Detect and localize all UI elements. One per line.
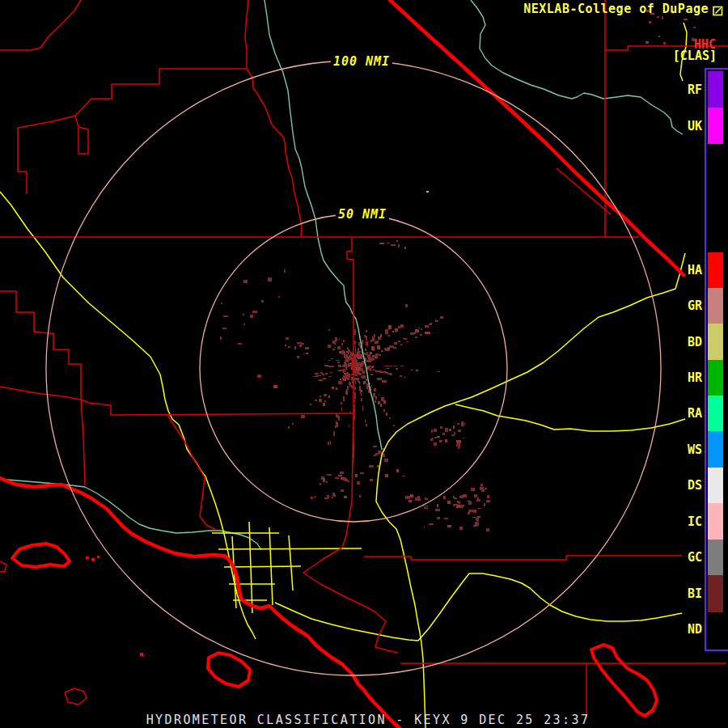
legend-segment-GR xyxy=(708,288,723,324)
legend-class-label-IC: IC xyxy=(678,514,702,529)
product-mode-label: [CLAS] xyxy=(673,50,717,63)
radar-display: NEXLAB-College of DuPage HHC [CLAS] 100 … xyxy=(0,0,728,728)
map-dot xyxy=(97,556,99,558)
radar-echo-field xyxy=(220,10,696,532)
legend-segment-BI xyxy=(708,575,723,612)
river-dot xyxy=(426,191,429,193)
range-ring-label-50nmi: 50 NMI xyxy=(336,207,389,222)
radar-map-canvas xyxy=(0,0,728,728)
legend-segment-HR xyxy=(708,360,723,396)
legend-segment-IC xyxy=(708,503,723,540)
legend-segment-UK xyxy=(708,108,723,144)
legend-class-label-HA: HA xyxy=(678,263,702,277)
external-link-icon xyxy=(713,4,723,19)
status-bar-text: HYDROMETEOR CLASSIFICATION - KEYX 9 DEC … xyxy=(146,714,590,727)
legend-segment-ND xyxy=(708,612,723,646)
legend-class-label-GC: GC xyxy=(678,550,702,565)
legend-segment-BD xyxy=(708,324,723,360)
legend-class-label-BI: BI xyxy=(678,586,702,601)
legend-class-label-RF: RF xyxy=(678,83,702,97)
legend-class-label-GR: GR xyxy=(678,298,702,313)
app-title: NEXLAB-College of DuPage xyxy=(523,3,709,16)
legend-segment-DS xyxy=(708,468,723,503)
legend-segment-RA xyxy=(708,396,723,431)
legend-class-label-DS: DS xyxy=(678,478,702,493)
map-layer-rivers xyxy=(0,0,683,550)
range-ring-label-100nmi: 100 NMI xyxy=(331,54,392,69)
map-dot xyxy=(140,653,143,656)
legend-segment-HA xyxy=(708,252,723,288)
map-dot xyxy=(91,558,95,561)
legend-class-label-ND: ND xyxy=(678,622,702,637)
legend-segment-WS xyxy=(708,431,723,468)
legend-class-label-WS: WS xyxy=(678,442,702,457)
legend-segment-GC xyxy=(708,540,723,575)
map-layer-interstate-loops xyxy=(12,544,657,716)
map-dot xyxy=(86,557,89,559)
legend-class-label-UK: UK xyxy=(678,119,702,133)
legend-class-label-HR: HR xyxy=(678,370,702,385)
legend-segment-blank xyxy=(708,144,723,252)
legend-segment-RF xyxy=(708,71,723,108)
map-layer-highways xyxy=(0,23,687,728)
legend-class-label-BD: BD xyxy=(678,335,702,349)
legend-class-label-RA: RA xyxy=(678,406,702,421)
map-layer-interstates xyxy=(0,0,684,728)
